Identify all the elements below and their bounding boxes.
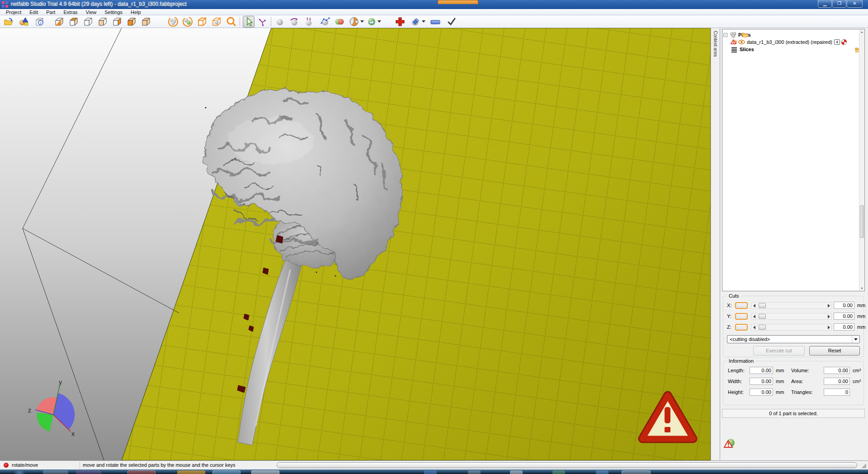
view-iso-button[interactable] xyxy=(53,16,65,28)
parts-tree: − Parts data_r1_b3_i300 (extracted) (rep… xyxy=(722,29,865,291)
add-parts-button[interactable] xyxy=(18,16,30,28)
menu-view[interactable]: View xyxy=(82,9,101,15)
reset-button[interactable]: Reset xyxy=(809,346,860,356)
select-parts-button[interactable] xyxy=(243,16,255,28)
dropdown-caret-icon[interactable] xyxy=(852,336,859,343)
context-area-tab[interactable]: Context area xyxy=(711,28,720,460)
zoom-to-platform-button[interactable] xyxy=(196,16,208,28)
move-part-icon xyxy=(274,16,285,27)
view-front-button[interactable] xyxy=(126,16,137,28)
tree-scrollbar[interactable]: ▲ ▼ xyxy=(859,30,864,290)
restore-button[interactable]: ❐ xyxy=(832,0,846,8)
cut-part-dropdown-caret[interactable] xyxy=(360,20,364,23)
title-bar[interactable]: netfabb Studio Trial 4.9 64bit (29 days … xyxy=(0,0,868,9)
slider-right-arrow[interactable] xyxy=(826,313,831,319)
validate-button[interactable] xyxy=(446,16,458,28)
zoom-window-button[interactable] xyxy=(225,16,237,28)
cut-part-button[interactable] xyxy=(348,16,360,28)
background-window-peek[interactable] xyxy=(438,0,478,4)
rotate-view-button[interactable] xyxy=(256,16,268,28)
cutting-mode-dropdown[interactable]: <cutting disabled> xyxy=(727,335,860,343)
cut-z-slider[interactable] xyxy=(751,324,832,331)
measure-button[interactable] xyxy=(429,16,441,28)
taskbar-item[interactable] xyxy=(424,470,437,474)
cut-y-slider[interactable] xyxy=(751,313,832,320)
menu-part[interactable]: Part xyxy=(42,9,59,15)
scroll-up-icon[interactable]: ▲ xyxy=(860,30,864,34)
scale-part-button[interactable] xyxy=(303,16,315,28)
zoom-to-model-button[interactable] xyxy=(211,16,222,28)
taskbar-item[interactable] xyxy=(251,470,279,474)
slider-thumb[interactable] xyxy=(759,314,766,319)
taskbar-item[interactable] xyxy=(76,470,101,474)
view-left-button[interactable] xyxy=(82,16,94,28)
slider-left-arrow[interactable] xyxy=(752,303,757,308)
view-right-button[interactable] xyxy=(97,16,108,28)
scrollbar-thumb[interactable] xyxy=(860,205,864,238)
cut-x-toggle-button[interactable] xyxy=(735,302,748,309)
view-back-button[interactable] xyxy=(111,16,123,28)
taskbar-item[interactable] xyxy=(127,470,156,474)
move-part-button[interactable] xyxy=(274,16,286,28)
analyze-part-button[interactable] xyxy=(365,16,377,28)
slices-icon xyxy=(731,46,738,53)
menu-extras[interactable]: Extras xyxy=(59,9,81,15)
execute-cut-button[interactable]: Execute cut xyxy=(753,346,805,356)
slider-left-arrow[interactable] xyxy=(752,324,757,330)
cut-z-toggle-button[interactable] xyxy=(735,324,748,331)
minimize-button[interactable]: ▁ xyxy=(818,0,832,8)
start-orb[interactable] xyxy=(12,470,27,474)
zoom-to-selection-button[interactable] xyxy=(182,16,193,28)
cut-x-value-field[interactable]: 0.00 xyxy=(834,302,854,309)
zoom-to-platform-icon xyxy=(197,16,208,27)
slider-right-arrow[interactable] xyxy=(826,324,831,330)
taskbar-item[interactable] xyxy=(468,470,481,474)
edit-mesh-button[interactable] xyxy=(319,16,331,28)
taskbar-item[interactable] xyxy=(596,470,609,474)
cut-x-slider[interactable] xyxy=(751,302,832,309)
rotate-part-button[interactable] xyxy=(288,16,300,28)
slider-thumb[interactable] xyxy=(759,325,766,330)
taskbar-item[interactable] xyxy=(177,470,205,474)
tree-row-part[interactable]: data_r1_b3_i300 (extracted) (repaired) 4 xyxy=(731,38,847,46)
cut-z-value-field[interactable]: 0.00 xyxy=(834,323,854,331)
window-title: netfabb Studio Trial 4.9 64bit (29 days … xyxy=(11,1,187,7)
edit-part-dropdown-caret[interactable] xyxy=(422,20,425,23)
visibility-eye-icon[interactable] xyxy=(738,39,745,45)
close-button[interactable]: ✕ xyxy=(847,0,863,8)
taskbar-item[interactable] xyxy=(552,470,565,474)
edit-mesh-icon xyxy=(320,16,330,27)
tree-row-parts[interactable]: − Parts xyxy=(723,31,751,38)
windows-taskbar[interactable] xyxy=(0,469,868,474)
menu-help[interactable]: Help xyxy=(127,9,145,15)
view-bottom-button[interactable] xyxy=(140,16,152,28)
tree-row-slices[interactable]: Slices xyxy=(731,46,754,53)
cut-y-value-field[interactable]: 0.00 xyxy=(834,313,854,320)
boolean-operation-button[interactable] xyxy=(334,16,345,28)
cut-y-toggle-button[interactable] xyxy=(735,313,748,320)
taskbar-item[interactable] xyxy=(510,470,523,474)
rotate-view-icon xyxy=(257,16,268,27)
menu-project[interactable]: Project xyxy=(2,9,25,15)
add-part-folder-button[interactable] xyxy=(741,31,749,38)
repair-part-button[interactable] xyxy=(394,16,406,28)
analyze-part-dropdown-caret[interactable] xyxy=(377,20,381,23)
zoom-to-parts-button[interactable] xyxy=(167,16,179,28)
slider-thumb[interactable] xyxy=(759,303,766,308)
open-project-button[interactable] xyxy=(3,16,14,28)
edit-part-button[interactable] xyxy=(410,16,421,28)
taskbar-item[interactable] xyxy=(43,470,68,474)
cut-x-unit: mm xyxy=(857,303,865,308)
collapse-expander[interactable]: − xyxy=(723,33,727,37)
scroll-down-icon[interactable]: ▼ xyxy=(860,286,864,290)
resize-grip[interactable] xyxy=(862,464,866,468)
viewport-3d[interactable]: y z x xyxy=(0,28,711,460)
slider-right-arrow[interactable] xyxy=(826,303,831,308)
menu-settings[interactable]: Settings xyxy=(100,9,127,15)
view-top-button[interactable] xyxy=(68,16,80,28)
menu-edit[interactable]: Edit xyxy=(25,9,42,15)
slider-left-arrow[interactable] xyxy=(752,313,757,319)
project-information-button[interactable]: i xyxy=(33,16,45,28)
taskbar-item[interactable] xyxy=(212,470,241,474)
taskbar-item[interactable] xyxy=(622,470,651,474)
